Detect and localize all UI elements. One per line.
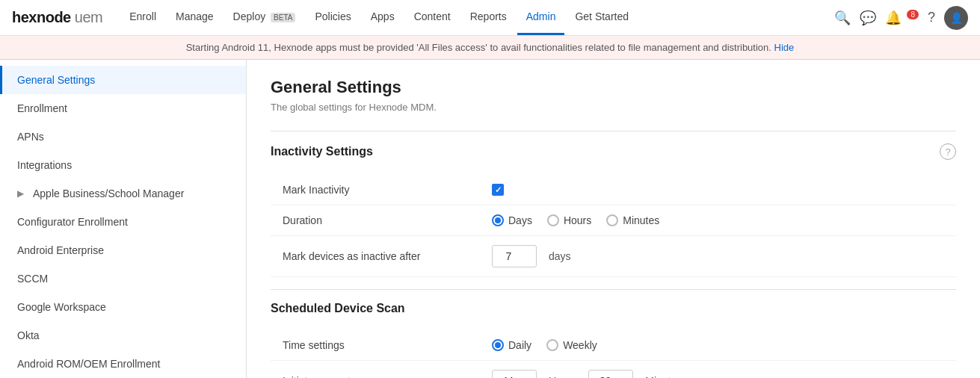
duration-days-radio-inner: [495, 217, 501, 223]
mark-devices-input[interactable]: [492, 245, 537, 267]
sidebar-item-label: Enrollment: [17, 102, 67, 114]
duration-days-label: Days: [508, 214, 532, 226]
initiate-scan-hours-unit: Hours: [549, 375, 576, 378]
sidebar-item-android-enterprise[interactable]: Android Enterprise: [0, 236, 246, 264]
sidebar-item-general-settings[interactable]: General Settings: [0, 66, 246, 94]
nav-policies[interactable]: Policies: [306, 0, 360, 35]
sidebar-item-label: Android ROM/OEM Enrollment: [17, 358, 160, 370]
sidebar: General Settings Enrollment APNs Integra…: [0, 60, 247, 378]
sidebar-item-label: Android Enterprise: [17, 244, 104, 256]
duration-row: Duration Days Hours Minutes: [271, 205, 956, 236]
banner-hide-link[interactable]: Hide: [774, 42, 795, 53]
inactivity-section-title: Inactivity Settings: [271, 145, 373, 158]
nav-icons: 🔍 💬 🔔 8 ? 👤: [834, 6, 968, 30]
duration-hours-radio[interactable]: [547, 214, 559, 226]
page-subtitle: The global settings for Hexnode MDM.: [271, 102, 956, 113]
nav-deploy[interactable]: Deploy BETA: [224, 0, 305, 35]
time-daily-label: Daily: [508, 339, 531, 351]
logo[interactable]: hexnode uem: [12, 9, 102, 26]
chevron-right-icon: ▶: [17, 188, 24, 199]
inactivity-section-header: Inactivity Settings ?: [271, 143, 956, 160]
chat-icon[interactable]: 💬: [860, 10, 876, 26]
duration-label: Duration: [283, 214, 492, 226]
divider-2: [271, 289, 956, 290]
sidebar-item-apple-business[interactable]: ▶ Apple Business/School Manager: [0, 179, 246, 208]
sidebar-item-label: Configurator Enrollment: [17, 216, 128, 228]
initiate-scan-minutes-unit: Minutes: [645, 375, 682, 378]
time-weekly-label: Weekly: [563, 339, 597, 351]
scan-section-header: Scheduled Device Scan: [271, 302, 956, 315]
time-daily-option[interactable]: Daily: [492, 339, 531, 351]
help-icon[interactable]: ?: [928, 10, 935, 25]
search-icon[interactable]: 🔍: [834, 10, 851, 26]
mark-inactivity-controls: [492, 184, 504, 196]
logo-uem: uem: [71, 9, 102, 25]
time-weekly-radio[interactable]: [546, 339, 558, 351]
mark-devices-unit: days: [549, 250, 571, 262]
sidebar-item-integrations[interactable]: Integrations: [0, 151, 246, 179]
beta-badge: BETA: [271, 13, 295, 22]
top-navigation: hexnode uem Enroll Manage Deploy BETA Po…: [0, 0, 980, 36]
sidebar-item-label: Google Workspace: [17, 301, 106, 313]
duration-days-option[interactable]: Days: [492, 214, 532, 226]
time-settings-row: Time settings Daily Weekly: [271, 330, 956, 361]
sidebar-item-label: General Settings: [17, 74, 95, 86]
scheduled-scan-section: Scheduled Device Scan Time settings Dail…: [271, 302, 956, 378]
initiate-scan-label: Initiate scan at: [283, 375, 492, 378]
mark-inactivity-label: Mark Inactivity: [283, 184, 492, 196]
mark-devices-controls: days: [492, 245, 571, 267]
nav-apps[interactable]: Apps: [362, 0, 404, 35]
sidebar-item-okta[interactable]: Okta: [0, 321, 246, 350]
sidebar-item-label: APNs: [17, 131, 44, 143]
nav-items: Enroll Manage Deploy BETA Policies Apps …: [120, 0, 831, 35]
banner-text: Starting Android 11, Hexnode apps must b…: [186, 42, 771, 53]
duration-controls: Days Hours Minutes: [492, 214, 659, 226]
sidebar-item-label: SCCM: [17, 273, 48, 285]
nav-admin[interactable]: Admin: [517, 0, 565, 35]
mark-devices-label: Mark devices as inactive after: [283, 250, 492, 262]
nav-manage[interactable]: Manage: [167, 0, 223, 35]
duration-hours-option[interactable]: Hours: [547, 214, 591, 226]
divider: [271, 131, 956, 131]
initiate-scan-row: Initiate scan at Hours Minutes: [271, 361, 956, 378]
sidebar-item-label: Okta: [17, 329, 40, 341]
nav-reports[interactable]: Reports: [461, 0, 516, 35]
notification-icon[interactable]: 🔔 8: [885, 10, 919, 26]
sidebar-item-configurator[interactable]: Configurator Enrollment: [0, 208, 246, 236]
duration-minutes-radio[interactable]: [606, 214, 618, 226]
nav-enroll[interactable]: Enroll: [120, 0, 165, 35]
help-icon-inactivity[interactable]: ?: [940, 143, 956, 160]
logo-text: hexnode uem: [12, 9, 102, 26]
scan-section-title: Scheduled Device Scan: [271, 302, 405, 315]
duration-hours-label: Hours: [564, 214, 591, 226]
nav-content[interactable]: Content: [405, 0, 460, 35]
time-daily-radio-inner: [495, 342, 501, 348]
mark-inactivity-checkbox[interactable]: [492, 184, 504, 196]
mark-inactivity-row: Mark Inactivity: [271, 175, 956, 205]
notification-badge: 8: [907, 10, 919, 19]
sidebar-item-apns[interactable]: APNs: [0, 123, 246, 151]
initiate-scan-hours-input[interactable]: [492, 370, 537, 378]
initiate-scan-minutes-input[interactable]: [588, 370, 633, 378]
sidebar-item-sccm[interactable]: SCCM: [0, 264, 246, 293]
avatar[interactable]: 👤: [944, 6, 968, 30]
nav-get-started[interactable]: Get Started: [566, 0, 638, 35]
initiate-scan-controls: Hours Minutes: [492, 370, 682, 378]
sidebar-item-android-oem[interactable]: Android ROM/OEM Enrollment: [0, 350, 246, 378]
content-area: General Settings The global settings for…: [247, 60, 980, 378]
duration-minutes-label: Minutes: [623, 214, 659, 226]
time-settings-controls: Daily Weekly: [492, 339, 597, 351]
time-settings-label: Time settings: [283, 339, 492, 351]
banner: Starting Android 11, Hexnode apps must b…: [0, 36, 980, 60]
sidebar-item-google-workspace[interactable]: Google Workspace: [0, 293, 246, 321]
sidebar-item-label: Integrations: [17, 159, 72, 171]
main-layout: General Settings Enrollment APNs Integra…: [0, 60, 980, 378]
time-weekly-option[interactable]: Weekly: [546, 339, 597, 351]
time-daily-radio[interactable]: [492, 339, 504, 351]
page-title: General Settings: [271, 78, 956, 97]
duration-minutes-option[interactable]: Minutes: [606, 214, 659, 226]
duration-days-radio[interactable]: [492, 214, 504, 226]
sidebar-item-enrollment[interactable]: Enrollment: [0, 94, 246, 123]
mark-devices-row: Mark devices as inactive after days: [271, 236, 956, 277]
sidebar-item-label: Apple Business/School Manager: [33, 188, 184, 199]
